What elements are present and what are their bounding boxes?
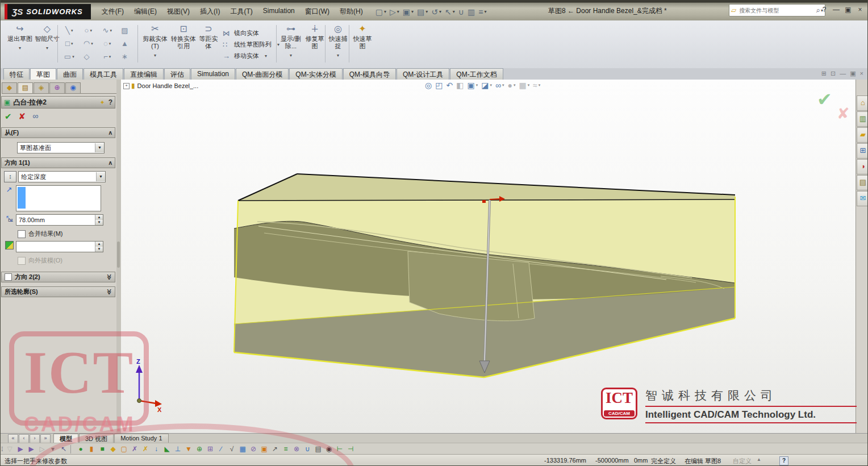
reverse-direction-button[interactable]: ↕ [4, 171, 16, 182]
quick-access-button[interactable]: ↖ ▾ [445, 7, 455, 16]
quick-access-button[interactable]: ▥ ▾ [468, 7, 475, 16]
toolbar-icon[interactable]: ◣ [162, 444, 173, 454]
sketch-tool-button[interactable]: ▭ ▾ [60, 52, 78, 61]
task-pane-tab[interactable]: ▰ [857, 127, 868, 143]
panel-tab[interactable]: ◆ [2, 82, 17, 93]
command-tab[interactable]: QM-实体分模 [289, 68, 342, 80]
toolbar-icon[interactable]: ⊕ [194, 444, 205, 454]
task-pane-tab[interactable]: ◑ [857, 159, 868, 174]
toolbar-icon[interactable] [70, 445, 74, 453]
menu-item[interactable]: 视图(V) [162, 5, 195, 19]
quick-access-button[interactable]: ▢ ▾ [375, 7, 386, 16]
help-toggle-icon[interactable]: ? [779, 456, 788, 465]
direction-selection-list[interactable] [16, 185, 101, 211]
confirmation-corner-cancel-icon[interactable]: ✘ [837, 105, 850, 123]
view-tool-button[interactable]: ◎ ▾ [423, 81, 433, 90]
toolbar-icon[interactable]: ↓ [151, 444, 162, 454]
task-pane-tab[interactable]: ▤ [857, 175, 868, 190]
menu-item[interactable]: Simulation [258, 5, 300, 19]
spin-up-button[interactable]: ▲ [95, 242, 103, 247]
toolbar-icon[interactable]: ⊢ [335, 444, 345, 454]
toolbar-icon[interactable]: ⊥ [173, 444, 183, 454]
toolbar-icon[interactable]: ◆ [108, 444, 119, 454]
repair-sketch-button[interactable]: ∔ 修复草图 [303, 25, 326, 50]
linear-pattern-button[interactable]: ∷ 线性草图阵列 ▾ [223, 39, 279, 50]
mirror-entities-button[interactable]: ⋈ 镜向实体 [223, 27, 279, 39]
toolbar-icon[interactable]: √ [227, 444, 237, 454]
confirmation-corner-ok-icon[interactable]: ✔ [817, 89, 832, 110]
doc-window-button[interactable]: ▣ [850, 70, 856, 77]
menu-item[interactable]: 编辑(E) [129, 5, 162, 19]
expand-plus-icon[interactable]: + [123, 83, 130, 89]
view-tool-button[interactable]: ◧ ▾ [454, 81, 465, 90]
quick-access-button[interactable]: ↺ ▾ [431, 7, 441, 16]
panel-tab[interactable]: ⊕ [49, 82, 65, 93]
toolbar-icon[interactable]: ● [76, 444, 86, 454]
sketch-tool-button[interactable]: ╲ ▾ [60, 26, 78, 35]
command-tab[interactable]: QM-设计工具 [397, 68, 449, 80]
sketch-tool-button[interactable]: ◠ ▾ [80, 39, 98, 48]
toolbar-icon[interactable]: ◉ [324, 444, 335, 454]
depth-spinner[interactable]: 78.00mm ▲ ▼ [16, 214, 103, 226]
search-box[interactable]: ▱ ⌕ ▾ [729, 4, 825, 16]
task-pane-tab[interactable]: ▥ [857, 111, 868, 127]
sketch-tool-button[interactable]: □ ▾ [60, 39, 78, 48]
sketch-tool-button[interactable]: ○ ▾ [80, 26, 98, 35]
view-tool-button[interactable]: ▣ ▾ [465, 81, 479, 90]
toolbar-icon[interactable]: ∪ [302, 444, 313, 454]
menu-item[interactable]: 工具(T) [225, 5, 257, 19]
toolbar-icon[interactable]: ⊗ [291, 444, 302, 454]
section-from[interactable]: 从(F) ʌ [1, 127, 115, 138]
splitter-handle[interactable] [117, 242, 120, 268]
convert-entities-button[interactable]: ⊡ 转换实体引用 [170, 25, 197, 50]
task-pane-tab[interactable]: ✉ [857, 191, 868, 206]
menu-item[interactable]: 帮助(H) [335, 5, 368, 19]
sketch-tool-button[interactable]: ⌐ ▾ [98, 52, 116, 61]
quick-snaps-button[interactable]: ◎ 快速捕捉 ▾ [327, 25, 349, 59]
command-tab[interactable]: 直接编辑 [124, 68, 164, 80]
toolbar-icon[interactable]: ■ [97, 444, 108, 454]
quick-access-button[interactable]: ▣ ▾ [403, 7, 414, 16]
sketch-tool-button[interactable]: ◌ ▾ [98, 39, 116, 48]
combo-dropdown-button[interactable]: ▼ [96, 172, 105, 181]
command-tab[interactable]: 曲面 [57, 68, 83, 80]
display-delete-relations-button[interactable]: ⊶ 显示/删除... ▾ [279, 25, 302, 59]
tab-scroll-button[interactable]: « [8, 434, 18, 443]
command-tab[interactable]: QM-模具向导 [343, 68, 396, 80]
command-tab[interactable]: 模具工具 [84, 68, 123, 80]
spin-down-button[interactable]: ▼ [95, 247, 103, 252]
panel-tab[interactable]: ◈ [34, 82, 49, 93]
view-tool-button[interactable]: ● ▾ [506, 81, 517, 90]
preview-glasses-icon[interactable]: ∞ [32, 111, 38, 122]
window-control-button[interactable]: ▣ [845, 6, 852, 14]
smart-dimension-button[interactable]: ◇ 智能尺寸 ▾ [34, 25, 60, 52]
section-direction2[interactable]: 方向 2(2) ≫ [1, 272, 115, 282]
quick-access-button[interactable]: ∪ ▾ [458, 7, 464, 16]
end-condition-combo[interactable]: 给定深度 ▼ [18, 171, 106, 182]
toolbar-icon[interactable]: ⊞ [205, 444, 216, 454]
ok-button[interactable]: ✔ [5, 111, 12, 122]
toolbar-icon[interactable]: ▽ [5, 444, 15, 454]
task-pane-tab[interactable]: ⌂ [857, 95, 868, 111]
tab-scroll-button[interactable]: › [30, 434, 40, 443]
command-tab[interactable]: 特征 [3, 68, 30, 80]
from-combo[interactable]: 草图基准面 ▼ [17, 142, 105, 153]
toolbar-icon[interactable]: ↖ [59, 444, 69, 454]
toolbar-grip[interactable]: ⁞⁞ [1, 446, 2, 452]
panel-tab[interactable]: ▤ [18, 82, 33, 93]
doc-window-button[interactable]: × [860, 70, 863, 77]
doc-window-button[interactable]: ⊡ [831, 70, 836, 77]
sketch-tool-button[interactable]: ▨ ▾ [118, 26, 136, 35]
view-tool-button[interactable]: ∞ ▾ [494, 81, 506, 90]
view-tab[interactable]: 3D 视图 [79, 434, 114, 443]
view-tool-button[interactable]: ◪ ▾ [479, 81, 494, 90]
spin-down-button[interactable]: ▼ [95, 220, 103, 225]
checkbox-icon[interactable] [5, 273, 12, 281]
toolbar-icon[interactable]: ✗ [140, 444, 151, 454]
toolbar-icon[interactable]: ≡ [281, 444, 291, 454]
view-tool-button[interactable]: ↶ ▾ [444, 81, 454, 90]
chevron-up-icon[interactable]: ▲ [757, 457, 761, 462]
quick-access-button[interactable]: ≡ ▾ [478, 7, 486, 16]
feature-tree-flyout[interactable]: + ▮ Door Handle Bezel_... [123, 82, 198, 90]
help-icon[interactable]: ? [108, 98, 112, 106]
